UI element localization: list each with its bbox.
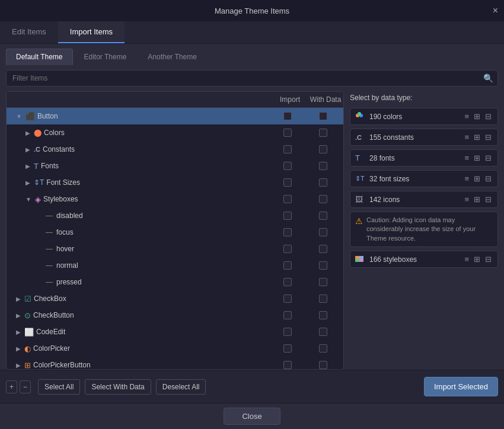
withdata-check[interactable]: [305, 294, 341, 303]
withdata-check[interactable]: [305, 129, 341, 137]
withdata-check[interactable]: [305, 245, 341, 253]
tree-row[interactable]: ▶ T Fonts: [7, 158, 343, 174]
import-check[interactable]: [270, 344, 305, 353]
import-check[interactable]: [270, 361, 305, 369]
tab-edit-items[interactable]: Edit Items: [0, 21, 58, 43]
colors-list-icon[interactable]: ≡: [463, 111, 470, 121]
constants-detail-icon[interactable]: ⊟: [484, 132, 493, 142]
footer: Close: [0, 403, 504, 429]
import-check[interactable]: [270, 195, 305, 203]
tree-row[interactable]: ▶ ◐ ColorPicker: [7, 340, 343, 357]
item-label: CodeEdit: [36, 328, 65, 336]
tree-row[interactable]: — pressed: [7, 274, 343, 290]
expand-arrow: ▶: [25, 180, 30, 186]
fontsizes-grid-icon[interactable]: ⊞: [473, 174, 481, 184]
import-check[interactable]: [270, 328, 305, 336]
import-selected-button[interactable]: Import Selected: [424, 377, 498, 396]
expand-all-button[interactable]: +: [6, 380, 17, 393]
import-check[interactable]: [270, 129, 305, 137]
import-check[interactable]: [270, 278, 305, 286]
import-check[interactable]: [270, 311, 305, 319]
withdata-check[interactable]: [305, 361, 341, 369]
tree-row[interactable]: — normal: [7, 257, 343, 274]
expand-arrow: ▼: [25, 196, 31, 203]
close-button[interactable]: Close: [224, 408, 280, 425]
tree-row[interactable]: ▶ .C Constants: [7, 141, 343, 158]
icons-list-icon[interactable]: ≡: [463, 194, 470, 204]
tree-row[interactable]: ▶ ⇕T Font Sizes: [7, 174, 343, 191]
tab-another-theme[interactable]: Another Theme: [138, 49, 207, 65]
constants-grid-icon[interactable]: ⊞: [473, 132, 481, 142]
withdata-check[interactable]: [305, 178, 341, 187]
close-dialog-button[interactable]: ×: [493, 6, 498, 15]
withdata-check[interactable]: [305, 344, 341, 353]
fonts-list-icon[interactable]: ≡: [463, 153, 470, 163]
withdata-check[interactable]: [305, 162, 341, 170]
sub-tabs: Default Theme Editor Theme Another Theme: [0, 44, 504, 65]
withdata-check[interactable]: [305, 112, 341, 120]
withdata-check[interactable]: [305, 212, 341, 220]
import-check[interactable]: [270, 112, 305, 120]
svg-rect-6: [359, 259, 363, 262]
fonts-detail-icon[interactable]: ⊟: [484, 153, 493, 163]
colors-grid-icon[interactable]: ⊞: [473, 111, 481, 121]
icons-grid-icon[interactable]: ⊞: [473, 194, 481, 204]
import-check[interactable]: [270, 178, 305, 187]
withdata-check[interactable]: [305, 145, 341, 153]
item-label: Colors: [44, 129, 65, 137]
withdata-check[interactable]: [305, 195, 341, 203]
fonts-grid-icon[interactable]: ⊞: [473, 153, 481, 163]
deselect-all-button[interactable]: Deselect All: [156, 379, 206, 395]
item-label: pressed: [56, 278, 82, 286]
tree-row-label: — normal: [33, 261, 270, 270]
tree-row-label: ▼ ◈ Styleboxes: [23, 195, 270, 204]
styleboxes-list-icon[interactable]: ≡: [463, 254, 470, 264]
tree-row[interactable]: ▶ ⬜ CodeEdit: [7, 324, 343, 340]
import-check[interactable]: [270, 162, 305, 170]
collapse-all-button[interactable]: −: [20, 380, 31, 393]
fontsizes-detail-icon[interactable]: ⊟: [484, 174, 493, 184]
expand-arrow: ▶: [25, 163, 30, 169]
tree-row[interactable]: ▶ ⊞ ColorPickerButton: [7, 357, 343, 369]
icons-detail-icon[interactable]: ⊟: [484, 194, 493, 204]
item-label: hover: [56, 245, 74, 253]
withdata-check[interactable]: [305, 328, 341, 336]
search-input[interactable]: [6, 70, 498, 87]
withdata-check[interactable]: [305, 278, 341, 286]
item-icon: ⬛: [25, 112, 35, 121]
withdata-check[interactable]: [305, 261, 341, 270]
tab-default-theme[interactable]: Default Theme: [6, 49, 73, 65]
import-check[interactable]: [270, 294, 305, 303]
import-check[interactable]: [270, 145, 305, 153]
constants-list-icon[interactable]: ≡: [463, 132, 470, 142]
select-with-data-button[interactable]: Select With Data: [85, 379, 151, 395]
withdata-check[interactable]: [305, 228, 341, 236]
tree-row[interactable]: ▼ ◈ Styleboxes: [7, 191, 343, 207]
tree-row[interactable]: — hover: [7, 241, 343, 257]
tree-row[interactable]: — focus: [7, 224, 343, 241]
tree-row[interactable]: ▼ ⬛ Button: [7, 108, 343, 124]
select-all-button[interactable]: Select All: [38, 379, 80, 395]
fontsizes-icon: ⇕T: [355, 175, 366, 183]
colors-detail-icon[interactable]: ⊟: [484, 111, 493, 121]
tree-row[interactable]: ▶ ⊙ CheckButton: [7, 307, 343, 324]
styleboxes-detail-icon[interactable]: ⊟: [484, 254, 493, 264]
item-icon: ⬜: [24, 328, 34, 337]
tree-row-label: ▶ ⬜ CodeEdit: [14, 328, 270, 337]
import-check[interactable]: [270, 261, 305, 270]
manage-theme-dialog: Manage Theme Items × Edit Items Import I…: [0, 0, 504, 429]
colors-actions: ≡ ⊞ ⊟: [463, 111, 493, 121]
tab-import-items[interactable]: Import Items: [58, 21, 125, 43]
tree-row[interactable]: ▶ ☑ CheckBox: [7, 290, 343, 307]
import-check[interactable]: [270, 245, 305, 253]
tree-row[interactable]: ▶ ⬤ Colors: [7, 124, 343, 141]
import-check[interactable]: [270, 228, 305, 236]
tree-row[interactable]: — disabled: [7, 207, 343, 224]
tree-body: ▼ ⬛ Button ▶ ⬤ Colors: [7, 108, 343, 369]
import-check[interactable]: [270, 212, 305, 220]
fontsizes-list-icon[interactable]: ≡: [463, 174, 470, 184]
withdata-check[interactable]: [305, 311, 341, 319]
tab-editor-theme[interactable]: Editor Theme: [74, 49, 137, 65]
fontsizes-actions: ≡ ⊞ ⊟: [463, 174, 493, 184]
styleboxes-grid-icon[interactable]: ⊞: [473, 254, 481, 264]
